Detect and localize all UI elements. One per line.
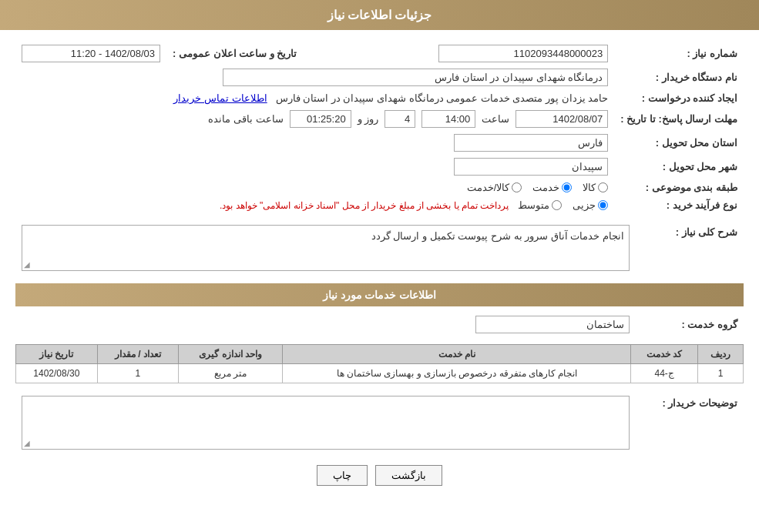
resize-icon: ◢ xyxy=(24,260,30,269)
province-display: فارس xyxy=(454,134,608,152)
city-display: سپیدان xyxy=(454,158,608,176)
col-service-code: کد خدمت xyxy=(631,345,698,364)
group-service-value: ساختمان xyxy=(15,313,636,336)
category-radio-both[interactable] xyxy=(512,182,522,192)
purchase-type-label-medium: متوسط xyxy=(518,199,549,211)
need-number-row: شماره نیاز : 1102093448000023 تاریخ و سا… xyxy=(15,42,744,65)
purchase-type-partial: جزیی xyxy=(573,199,608,211)
page-header: جزئیات اطلاعات نیاز xyxy=(0,0,759,30)
content-area: شماره نیاز : 1102093448000023 تاریخ و سا… xyxy=(0,30,759,497)
province-row: استان محل تحویل : فارس xyxy=(15,131,744,155)
city-value: سپیدان xyxy=(15,155,614,179)
requester-value: حامد یزدان پور متصدی خدمات عمومی درمانگا… xyxy=(15,89,614,107)
purchase-type-medium: متوسط xyxy=(518,199,562,211)
requester-contact-link[interactable]: اطلاعات تماس خریدار xyxy=(173,92,267,104)
buyer-org-row: نام دستگاه خریدار : درمانگاه شهدای سپیدا… xyxy=(15,65,744,89)
back-button[interactable]: بازگشت xyxy=(375,465,442,486)
description-value: انجام خدمات آناق سرور به شرح پیوست تکمیل… xyxy=(15,222,636,274)
buyer-notes-value: ◢ xyxy=(15,393,636,453)
announcement-date-label: تاریخ و ساعت اعلان عمومی : xyxy=(166,42,303,65)
category-label: طبقه بندی موضوعی : xyxy=(614,179,744,196)
hours-remaining-label: ساعت باقی مانده xyxy=(208,113,283,125)
cell-quantity: 1 xyxy=(97,364,179,383)
purchase-type-label-partial: جزیی xyxy=(573,199,596,211)
buyer-notes-table: توضیحات خریدار : ◢ xyxy=(15,393,744,453)
requester-row: ایجاد کننده درخواست : حامد یزدان پور متص… xyxy=(15,89,744,107)
category-row: طبقه بندی موضوعی : کالا خدمت xyxy=(15,179,744,196)
cell-date: 1402/08/30 xyxy=(16,364,98,383)
col-service-name: نام خدمت xyxy=(283,345,631,364)
group-service-display: ساختمان xyxy=(475,316,630,333)
buyer-org-display: درمانگاه شهدای سپیدان در استان فارس xyxy=(223,69,608,86)
buyer-notes-row: توضیحات خریدار : ◢ xyxy=(15,393,744,453)
col-row-num: ردیف xyxy=(698,345,744,364)
table-row: 1 ج-44 انجام کارهای متفرقه درخصوص بازساز… xyxy=(16,364,744,383)
cell-row-num: 1 xyxy=(698,364,744,383)
response-time-display: 14:00 xyxy=(421,110,475,128)
need-number-value: 1102093448000023 xyxy=(432,42,614,65)
need-number-label: شماره نیاز : xyxy=(614,42,744,65)
description-label: شرح کلی نیاز : xyxy=(636,222,744,274)
category-option-goods: کالا xyxy=(583,182,608,193)
category-radio-group: کالا خدمت کالا/خدمت xyxy=(22,182,608,193)
col-unit: واحد اندازه گیری xyxy=(179,345,283,364)
days-label: روز و xyxy=(358,113,379,125)
announcement-date-value: 1402/08/03 - 11:20 xyxy=(15,42,166,65)
page-title: جزئیات اطلاعات نیاز xyxy=(327,8,432,22)
purchase-type-row: نوع فرآیند خرید : جزیی متوسط xyxy=(15,196,744,214)
purchase-type-value: جزیی متوسط پرداخت تمام یا بخشی از مبلغ خ… xyxy=(15,196,614,214)
services-table: ردیف کد خدمت نام خدمت واحد اندازه گیری ت… xyxy=(15,344,744,383)
category-radio-service[interactable] xyxy=(562,182,572,192)
response-deadline-value: 1402/08/07 ساعت 14:00 4 روز و 01:25:20 س… xyxy=(15,107,614,131)
time-label: ساعت xyxy=(482,113,509,125)
province-value: فارس xyxy=(15,131,614,155)
province-label: استان محل تحویل : xyxy=(614,131,744,155)
purchase-type-label: نوع فرآیند خرید : xyxy=(614,196,744,214)
buyer-org-value: درمانگاه شهدای سپیدان در استان فارس xyxy=(15,65,614,89)
category-label-both: کالا/خدمت xyxy=(467,182,510,193)
category-label-goods: کالا xyxy=(583,182,596,193)
buyer-notes-label: توضیحات خریدار : xyxy=(636,393,744,453)
cell-unit: متر مربع xyxy=(179,364,283,383)
description-table: شرح کلی نیاز : انجام خدمات آناق سرور به … xyxy=(15,222,744,274)
col-date: تاریخ نیاز xyxy=(16,345,98,364)
city-label: شهر محل تحویل : xyxy=(614,155,744,179)
resize-icon-notes: ◢ xyxy=(24,439,30,447)
info-table: شماره نیاز : 1102093448000023 تاریخ و سا… xyxy=(15,42,744,214)
description-text: انجام خدمات آناق سرور به شرح پیوست تکمیل… xyxy=(371,230,624,242)
cell-service-code: ج-44 xyxy=(631,364,698,383)
cell-service-name: انجام کارهای متفرقه درخصوص بازسازی و بهس… xyxy=(283,364,631,383)
purchase-type-radio-partial[interactable] xyxy=(598,200,608,210)
services-table-header: ردیف کد خدمت نام خدمت واحد اندازه گیری ت… xyxy=(16,345,744,364)
services-section-header: اطلاعات خدمات مورد نیاز xyxy=(15,283,744,306)
print-button[interactable]: چاپ xyxy=(317,465,368,486)
buyer-notes-box: ◢ xyxy=(22,396,630,450)
announcement-date-display: 1402/08/03 - 11:20 xyxy=(22,45,160,62)
col-quantity: تعداد / مقدار xyxy=(97,345,179,364)
category-radio-goods[interactable] xyxy=(598,182,608,192)
city-row: شهر محل تحویل : سپیدان xyxy=(15,155,744,179)
group-service-table: گروه خدمت : ساختمان xyxy=(15,313,744,336)
response-deadline-label: مهلت ارسال پاسخ: تا تاریخ : xyxy=(614,107,744,131)
buttons-row: بازگشت چاپ xyxy=(15,465,744,486)
purchase-type-radio-group: جزیی متوسط xyxy=(518,199,608,211)
response-deadline-row: مهلت ارسال پاسخ: تا تاریخ : 1402/08/07 س… xyxy=(15,107,744,131)
category-value: کالا خدمت کالا/خدمت xyxy=(15,179,614,196)
page-container: جزئیات اطلاعات نیاز شماره نیاز : 1102093… xyxy=(0,0,759,532)
description-box: انجام خدمات آناق سرور به شرح پیوست تکمیل… xyxy=(22,225,630,271)
purchase-type-radio-medium[interactable] xyxy=(552,200,562,210)
group-service-label: گروه خدمت : xyxy=(636,313,744,336)
need-number-display: 1102093448000023 xyxy=(438,45,608,62)
category-label-service: خدمت xyxy=(532,182,559,193)
category-option-both: کالا/خدمت xyxy=(467,182,522,193)
remaining-time-display: 01:25:20 xyxy=(290,110,351,128)
requester-label: ایجاد کننده درخواست : xyxy=(614,89,744,107)
purchase-type-note: پرداخت تمام یا بخشی از مبلغ خریدار از مح… xyxy=(220,200,509,211)
description-row: شرح کلی نیاز : انجام خدمات آناق سرور به … xyxy=(15,222,744,274)
buyer-org-label: نام دستگاه خریدار : xyxy=(614,65,744,89)
group-service-row: گروه خدمت : ساختمان xyxy=(15,313,744,336)
category-option-service: خدمت xyxy=(532,182,572,193)
response-date-display: 1402/08/07 xyxy=(516,110,608,128)
requester-text: حامد یزدان پور متصدی خدمات عمومی درمانگا… xyxy=(276,92,609,104)
response-days-display: 4 xyxy=(385,110,415,128)
